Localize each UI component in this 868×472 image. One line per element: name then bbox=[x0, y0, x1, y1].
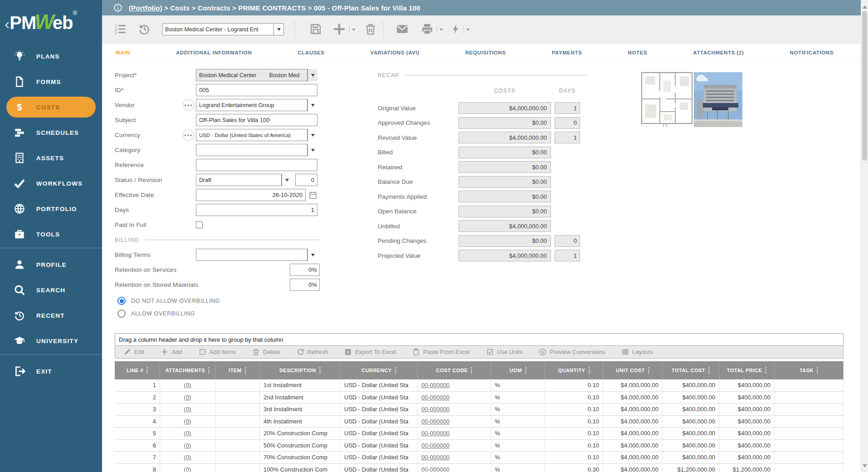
vendor-lookup-button[interactable]: ●●● bbox=[183, 99, 194, 111]
table-row[interactable]: 3(0)3rd InstallmentUSD - Dollar (United … bbox=[115, 403, 844, 416]
chevron-down-icon[interactable] bbox=[307, 69, 317, 81]
grid-toolbar-use-units[interactable]: Use Units bbox=[486, 348, 522, 356]
column-header-total_cost[interactable]: TOTAL COST bbox=[663, 361, 719, 379]
column-header-attachments[interactable]: ATTACHMENTS bbox=[160, 361, 215, 379]
print-icon[interactable] bbox=[421, 23, 434, 35]
attachments-link[interactable]: (0) bbox=[184, 382, 191, 388]
chevron-down-icon[interactable] bbox=[282, 174, 292, 186]
add-icon[interactable] bbox=[332, 22, 346, 36]
column-menu-icon[interactable] bbox=[319, 367, 321, 374]
cost-code-link[interactable]: 00-000000 bbox=[421, 442, 449, 449]
scrollbar-down-arrow[interactable] bbox=[863, 464, 867, 470]
category-select[interactable] bbox=[196, 144, 307, 156]
tab-requisitions[interactable]: REQUISITIONS bbox=[465, 50, 506, 55]
tab-notes[interactable]: NOTES bbox=[628, 50, 648, 55]
column-header-unit_cost[interactable]: UNIT COST bbox=[603, 361, 663, 379]
chevron-down-icon[interactable] bbox=[307, 129, 317, 141]
grid-toolbar-delete[interactable]: Delete bbox=[252, 348, 280, 356]
tab-notifications[interactable]: NOTIFICATIONS bbox=[790, 50, 834, 55]
lightning-icon[interactable] bbox=[450, 23, 461, 35]
subject-field[interactable]: Off-Plan Sales for Villa 100 bbox=[196, 114, 317, 126]
grid-toolbar-edit[interactable]: Edit bbox=[123, 348, 144, 356]
grid-toolbar-export-to-excel[interactable]: XExport To Excel bbox=[344, 348, 396, 356]
sidebar-item-profile[interactable]: PROFILE bbox=[0, 252, 102, 277]
attachments-link[interactable]: (0) bbox=[184, 418, 191, 425]
table-row[interactable]: 1(0)1st InstallmentUSD - Dollar (United … bbox=[115, 379, 844, 392]
column-menu-icon[interactable] bbox=[648, 367, 649, 374]
grid-toolbar-add[interactable]: Add bbox=[161, 348, 182, 356]
column-header-cost_code[interactable]: COST CODE bbox=[418, 361, 491, 379]
sidebar-item-forms[interactable]: FORMS bbox=[0, 69, 102, 94]
info-icon[interactable] bbox=[113, 3, 122, 12]
cost-code-link[interactable]: 00-000000 bbox=[421, 418, 449, 425]
radio-allow-overbilling[interactable]: ALLOW OVERBILLING bbox=[117, 307, 320, 320]
project-select[interactable]: Boston Medical CenterBoston Med bbox=[196, 69, 307, 81]
currency-select[interactable]: USD - Dollar (United States of America) bbox=[196, 129, 307, 141]
table-row[interactable]: 4(0)4th InstallmentUSD - Dollar (United … bbox=[115, 416, 844, 428]
column-header-quantity[interactable]: QUANTITY bbox=[545, 361, 603, 379]
radio-button[interactable] bbox=[117, 297, 126, 305]
sidebar-item-exit[interactable]: EXIT bbox=[0, 359, 102, 384]
column-menu-icon[interactable] bbox=[146, 367, 148, 374]
sidebar-item-schedules[interactable]: SCHEDULES bbox=[0, 120, 102, 145]
sidebar-item-search[interactable]: SEARCH bbox=[0, 277, 102, 303]
sidebar-item-plans[interactable]: PLANS bbox=[0, 44, 102, 69]
sidebar-item-portfolio[interactable]: PORTFOLIO bbox=[0, 196, 102, 221]
paid-in-full-checkbox[interactable] bbox=[196, 221, 203, 228]
column-header-uom[interactable]: UOM bbox=[491, 361, 545, 379]
column-menu-icon[interactable] bbox=[765, 367, 766, 374]
retention-services-field[interactable]: 0% bbox=[290, 264, 320, 276]
radio-do-not-allow-overbilling[interactable]: DO NOT ALLOW OVERBILLING bbox=[117, 295, 320, 307]
grid-toolbar-layouts[interactable]: Layouts bbox=[621, 348, 653, 356]
column-header-item[interactable]: ITEM bbox=[215, 361, 260, 379]
breadcrumb-portfolio-link[interactable]: (Portfolio) bbox=[129, 4, 162, 12]
table-row[interactable]: 5(0)20% Construction CompUSD - Dollar (U… bbox=[115, 428, 844, 440]
attachments-link[interactable]: (0) bbox=[184, 430, 191, 437]
tab-additional-information[interactable]: ADDITIONAL INFORMATION bbox=[176, 50, 252, 55]
column-menu-icon[interactable] bbox=[208, 367, 210, 374]
sidebar-item-costs[interactable]: $COSTS bbox=[6, 97, 96, 118]
reference-field[interactable] bbox=[196, 159, 317, 171]
chevron-down-icon[interactable] bbox=[273, 24, 283, 35]
scrollbar-thumb[interactable] bbox=[862, 11, 867, 161]
attachments-link[interactable]: (0) bbox=[184, 454, 191, 461]
sidebar-item-recent[interactable]: RECENT bbox=[0, 303, 102, 328]
attachments-link[interactable]: (0) bbox=[184, 406, 191, 413]
tab-main[interactable]: MAIN bbox=[116, 50, 130, 55]
calendar-icon[interactable] bbox=[308, 191, 317, 200]
table-row[interactable]: 8(0)100% Construction ComUSD - Dollar (U… bbox=[115, 464, 844, 472]
column-menu-icon[interactable] bbox=[589, 367, 590, 374]
workflow-menu-caret[interactable] bbox=[463, 25, 470, 34]
scrollbar-up-arrow[interactable] bbox=[863, 3, 867, 9]
table-row[interactable]: 7(0)70% Construction CompUSD - Dollar (U… bbox=[115, 452, 844, 464]
column-header-total_price[interactable]: TOTAL PRICE bbox=[719, 361, 775, 379]
table-row[interactable]: 6(0)50% Construction CompUSD - Dollar (U… bbox=[115, 440, 844, 452]
cost-code-link[interactable]: 00-000000 bbox=[421, 454, 449, 461]
column-menu-icon[interactable] bbox=[525, 367, 527, 374]
column-header-task[interactable]: TASK bbox=[775, 361, 844, 379]
currency-lookup-button[interactable]: ●●● bbox=[183, 129, 194, 141]
pmweb-logo[interactable]: ‹PMWeb® bbox=[0, 0, 102, 44]
sidebar-item-workflows[interactable]: WORKFLOWS bbox=[0, 171, 102, 196]
vertical-scrollbar[interactable] bbox=[861, 0, 868, 472]
attachments-link[interactable]: (0) bbox=[184, 394, 191, 401]
status-select[interactable]: Draft bbox=[196, 174, 282, 186]
save-icon[interactable] bbox=[309, 23, 322, 35]
revision-field[interactable]: 0 bbox=[295, 174, 317, 186]
sidebar-item-university[interactable]: UNIVERSITY bbox=[0, 328, 102, 354]
grid-toolbar-refresh[interactable]: Refresh bbox=[297, 348, 328, 356]
column-menu-icon[interactable] bbox=[471, 367, 472, 374]
attachments-link[interactable]: (0) bbox=[184, 442, 191, 449]
column-menu-icon[interactable] bbox=[817, 367, 818, 374]
cost-code-link[interactable]: 00-000000 bbox=[421, 382, 449, 388]
column-menu-icon[interactable] bbox=[708, 367, 710, 374]
group-by-bar[interactable]: Drag a column header and drop it here to… bbox=[115, 333, 844, 345]
delete-icon[interactable] bbox=[364, 23, 377, 35]
chevron-down-icon[interactable] bbox=[307, 249, 317, 261]
tab-variations-avi[interactable]: VARIATIONS (AVI) bbox=[371, 50, 419, 55]
record-selector-dropdown[interactable]: Boston Medical Center - Logrand Ent bbox=[162, 23, 284, 35]
table-row[interactable]: 2(0)2nd InstallmentUSD - Dollar (United … bbox=[115, 392, 844, 404]
sidebar-item-tools[interactable]: TOOLS bbox=[0, 221, 102, 247]
id-field[interactable]: 005 bbox=[196, 84, 317, 96]
tab-payments[interactable]: PAYMENTS bbox=[552, 50, 582, 55]
